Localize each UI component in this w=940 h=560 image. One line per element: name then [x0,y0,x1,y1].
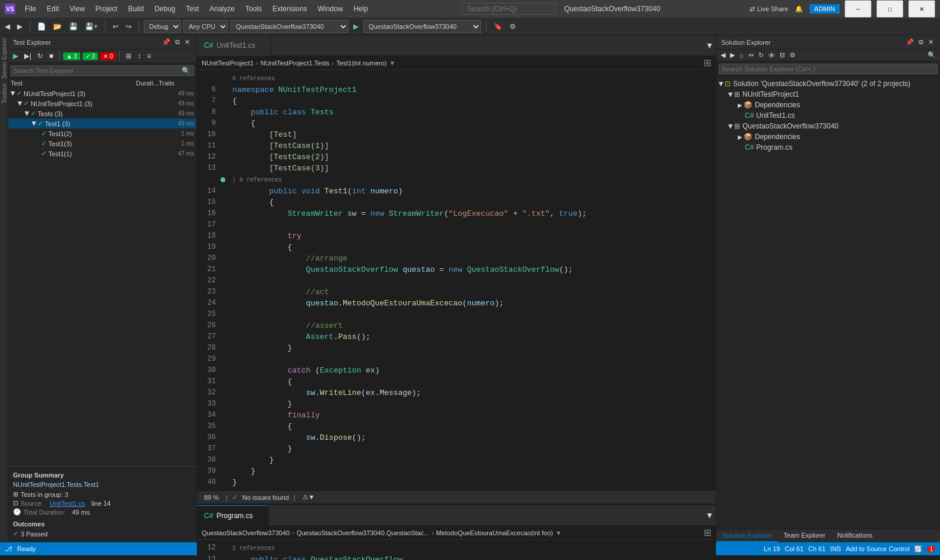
se-sync-btn[interactable]: ⇔ [747,51,755,60]
status-ch[interactable]: Ch 61 [808,545,826,552]
source-control-icon[interactable]: 🔃 [914,545,922,553]
te-item-6[interactable]: ✓ Test1(1) 47 ms [8,149,196,159]
te-stop-btn[interactable]: ■ [47,51,55,61]
te-close-btn[interactable]: ✕ [183,38,192,47]
split-editor-btn2[interactable]: ⊞ [704,527,711,538]
se-tab-solution[interactable]: Solution Explorer [716,529,778,542]
run-target-dropdown[interactable]: QuestaoStackOverflow373040 [363,20,481,33]
project-dropdown[interactable]: QuestaoStackOverflow373040 [231,20,349,33]
breadcrumb-method[interactable]: Test1(int numero) [336,60,387,67]
notifications-icon[interactable]: 🔔 [793,5,805,14]
split-editor-btn[interactable]: ⊞ [704,57,711,68]
status-ins[interactable]: INS [830,545,841,552]
se-tab-notifications[interactable]: Notifications [831,529,879,542]
se-nunit-deps[interactable]: ▶ 📦 Dependencies [716,100,940,110]
se-float-btn[interactable]: ⧉ [917,38,925,47]
bc2-method[interactable]: MetodoQueEstouraUmaExcecao(int foo) [436,529,553,536]
debug-config-dropdown[interactable]: Debug [144,20,181,33]
bc2-ns[interactable]: QuestaoStackOverflow373040 [202,529,290,536]
toolbar-save-all-btn[interactable]: 💾+ [83,21,100,32]
toolbox-label[interactable]: Toolbox [0,81,8,106]
server-explorer-label[interactable]: Server Explorer [0,35,8,81]
te-run-btn[interactable]: ▶| [22,51,34,61]
start-button[interactable]: ▶ [351,21,361,32]
se-program-file[interactable]: C# Program.cs [716,142,940,153]
live-share-button[interactable]: ⇄ Live Share [750,5,788,13]
menu-build[interactable]: Build [123,2,149,15]
te-filter-btn[interactable]: ≡ [144,51,153,61]
tab-scroll-right[interactable]: ▼ [703,41,716,50]
se-props-btn[interactable]: ⚙ [788,51,797,60]
close-button[interactable]: ✕ [908,0,935,18]
menu-extensions[interactable]: Extensions [268,2,312,15]
te-sort-btn[interactable]: ↕ [135,51,143,61]
se-nunit-project[interactable]: ▶ ⊞ NUnitTestProject1 [716,89,940,100]
te-item-3[interactable]: ▶ ✓ Test1 (3) 49 ms [8,118,196,129]
breadcrumb-ns[interactable]: NUnitTestProject1 [202,60,254,67]
se-refresh-btn[interactable]: ↻ [757,51,765,60]
menu-test[interactable]: Test [181,2,203,15]
te-run-all-btn[interactable]: ▶ [11,51,21,61]
se-back-btn[interactable]: ◀ [719,51,727,60]
se-filter-btn[interactable]: 🔍 [926,51,938,60]
se-pin-btn[interactable]: 📌 [904,38,916,47]
status-ln[interactable]: Ln 19 [764,545,780,552]
toolbar-extra-btn1[interactable]: 🔖 [491,21,505,32]
te-group-btn[interactable]: ⊞ [123,51,134,61]
te-item-1[interactable]: ▶ ✓ NUnitTestProject1 (3) 49 ms [8,98,196,108]
status-col[interactable]: Col 61 [785,545,804,552]
top-zoom-level[interactable]: 89 % [202,494,221,501]
breadcrumb-class[interactable]: NUnitTestProject1.Tests [261,60,330,67]
platform-dropdown[interactable]: Any CPU [183,20,228,33]
tab-program-cs[interactable]: C# Program.cs ✕ [197,505,269,526]
se-search-input[interactable] [719,64,938,74]
toolbar-redo-btn[interactable]: ↪ [123,21,134,32]
toolbar-new-btn[interactable]: 📄 [35,21,48,32]
se-home-btn[interactable]: ⌂ [738,51,745,60]
menu-edit[interactable]: Edit [42,2,64,15]
se-show-all-btn[interactable]: 👁 [767,51,777,60]
menu-window[interactable]: Window [313,2,348,15]
menu-file[interactable]: File [20,2,41,15]
menu-tools[interactable]: Tools [241,2,267,15]
minimize-button[interactable]: ─ [844,0,872,18]
source-file-link[interactable]: UnitTest1.cs [50,500,85,507]
menu-help[interactable]: Help [349,2,373,15]
se-questao-project[interactable]: ▶ ⊞ QuestaoStackOverflow373040 [716,121,940,131]
te-item-0[interactable]: ▶ ✓ NUnitTestProject1 (3) 49 ms [8,88,196,98]
breadcrumb-dropdown[interactable]: ▼ [389,60,396,67]
te-pin-btn[interactable]: 📌 [160,38,172,47]
tab-unittest1[interactable]: C# UnitTest1.cs ✕ [197,35,271,56]
bc2-class[interactable]: QuestaoStackOverflow373040.QuestaoStac..… [297,529,429,536]
se-tab-team[interactable]: Team Explorer [778,529,831,542]
se-unittest1-file[interactable]: C# UnitTest1.cs [716,110,940,121]
menu-view[interactable]: View [65,2,90,15]
global-search[interactable] [462,3,556,15]
top-warnings-icon[interactable]: ⚠▼ [300,493,317,501]
se-solution-item[interactable]: ▶ ⊡ Solution 'QuestaoStackOverflow373040… [716,78,940,89]
status-icon-git[interactable]: ⎇ [5,545,12,553]
admin-button[interactable]: ADMIN [810,4,840,14]
menu-debug[interactable]: Debug [150,2,180,15]
te-item-4[interactable]: ✓ Test1(2) 1 ms [8,129,196,139]
top-code-container[interactable]: 0 references 6 namespace NUnitTestProjec… [197,70,716,490]
se-questao-deps[interactable]: ▶ 📦 Dependencies [716,131,940,142]
se-close-btn[interactable]: ✕ [926,38,935,47]
toolbar-save-btn[interactable]: 💾 [67,21,80,32]
bc2-dropdown[interactable]: ▼ [556,529,562,536]
maximize-button[interactable]: □ [876,0,903,18]
te-refresh-btn[interactable]: ↻ [35,51,45,61]
toolbar-undo-btn[interactable]: ↩ [110,21,121,32]
toolbar-fwd-btn[interactable]: ▶ [15,21,25,32]
menu-project[interactable]: Project [91,2,122,15]
te-item-2[interactable]: ▶ ✓ Tests (3) 49 ms [8,108,196,118]
toolbar-back-btn[interactable]: ◀ [2,21,12,32]
bottom-code-container[interactable]: 12 2 references 13 public class QuestaoS… [197,540,716,560]
add-to-source-control[interactable]: Add to Source Control [846,545,909,552]
se-fwd-btn[interactable]: ▶ [728,51,737,60]
te-float-btn[interactable]: ⧉ [173,38,182,47]
menu-analyze[interactable]: Analyze [205,2,239,15]
toolbar-extra-btn2[interactable]: ⚙ [507,21,518,32]
te-item-5[interactable]: ✓ Test1(3) 1 ms [8,139,196,149]
bottom-tab-scroll[interactable]: ▼ [703,510,716,520]
